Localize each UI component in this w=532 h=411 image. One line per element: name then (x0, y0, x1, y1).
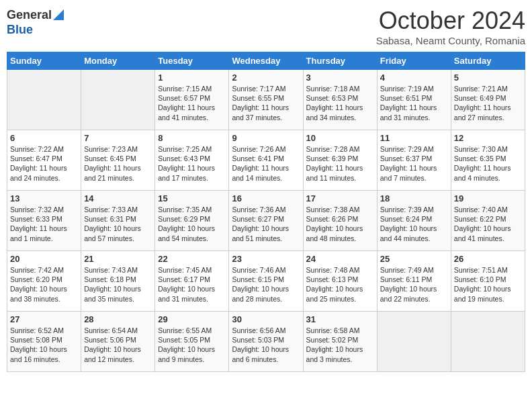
day-info: Sunrise: 7:35 AM Sunset: 6:29 PM Dayligh… (158, 205, 226, 243)
calendar-header-tuesday: Tuesday (155, 52, 229, 70)
calendar-cell: 29Sunrise: 6:55 AM Sunset: 5:05 PM Dayli… (155, 312, 229, 372)
day-info: Sunrise: 7:46 AM Sunset: 6:15 PM Dayligh… (232, 265, 300, 304)
logo: General Blue (7, 7, 64, 37)
calendar-week-1: 1Sunrise: 7:15 AM Sunset: 6:57 PM Daylig… (7, 70, 525, 130)
location-title: Sabasa, Neamt County, Romania (376, 35, 525, 46)
day-number: 11 (380, 133, 448, 143)
calendar-header-wednesday: Wednesday (229, 52, 303, 70)
day-info: Sunrise: 7:36 AM Sunset: 6:27 PM Dayligh… (232, 205, 300, 243)
calendar-cell: 7Sunrise: 7:23 AM Sunset: 6:45 PM Daylig… (81, 130, 155, 191)
calendar-cell: 12Sunrise: 7:30 AM Sunset: 6:35 PM Dayli… (451, 130, 525, 191)
day-number: 13 (10, 193, 78, 203)
calendar-cell: 28Sunrise: 6:54 AM Sunset: 5:06 PM Dayli… (81, 312, 155, 372)
calendar-cell: 23Sunrise: 7:46 AM Sunset: 6:15 PM Dayli… (229, 251, 303, 312)
day-info: Sunrise: 7:48 AM Sunset: 6:13 PM Dayligh… (306, 265, 374, 304)
day-number: 1 (158, 73, 226, 83)
calendar-cell: 2Sunrise: 7:17 AM Sunset: 6:55 PM Daylig… (229, 70, 303, 130)
day-info: Sunrise: 7:42 AM Sunset: 6:20 PM Dayligh… (10, 265, 78, 304)
calendar-cell (377, 312, 451, 372)
calendar-header-row: SundayMondayTuesdayWednesdayThursdayFrid… (7, 52, 525, 70)
logo-general-text: General (7, 8, 52, 22)
calendar-cell: 26Sunrise: 7:51 AM Sunset: 6:10 PM Dayli… (451, 251, 525, 312)
calendar-cell (7, 70, 81, 130)
calendar-header-friday: Friday (377, 52, 451, 70)
calendar-cell: 15Sunrise: 7:35 AM Sunset: 6:29 PM Dayli… (155, 191, 229, 251)
day-info: Sunrise: 7:30 AM Sunset: 6:35 PM Dayligh… (454, 144, 522, 183)
calendar-header-sunday: Sunday (7, 52, 81, 70)
day-info: Sunrise: 7:49 AM Sunset: 6:11 PM Dayligh… (380, 265, 448, 304)
calendar-cell: 11Sunrise: 7:29 AM Sunset: 6:37 PM Dayli… (377, 130, 451, 191)
calendar-cell: 13Sunrise: 7:32 AM Sunset: 6:33 PM Dayli… (7, 191, 81, 251)
calendar-header-thursday: Thursday (303, 52, 377, 70)
day-number: 28 (84, 314, 152, 324)
day-number: 31 (306, 314, 374, 324)
calendar-cell: 18Sunrise: 7:39 AM Sunset: 6:24 PM Dayli… (377, 191, 451, 251)
day-number: 15 (158, 193, 226, 203)
day-number: 9 (232, 133, 300, 143)
calendar-cell: 6Sunrise: 7:22 AM Sunset: 6:47 PM Daylig… (7, 130, 81, 191)
page-header: General Blue October 2024 Sabasa, Neamt … (7, 7, 525, 46)
day-info: Sunrise: 7:43 AM Sunset: 6:18 PM Dayligh… (84, 265, 152, 304)
calendar-cell (451, 312, 525, 372)
calendar-cell: 1Sunrise: 7:15 AM Sunset: 6:57 PM Daylig… (155, 70, 229, 130)
day-info: Sunrise: 7:32 AM Sunset: 6:33 PM Dayligh… (10, 205, 78, 243)
calendar-cell: 25Sunrise: 7:49 AM Sunset: 6:11 PM Dayli… (377, 251, 451, 312)
day-number: 16 (232, 193, 300, 203)
day-info: Sunrise: 6:54 AM Sunset: 5:06 PM Dayligh… (84, 326, 152, 364)
calendar-week-2: 6Sunrise: 7:22 AM Sunset: 6:47 PM Daylig… (7, 130, 525, 191)
calendar-week-5: 27Sunrise: 6:52 AM Sunset: 5:08 PM Dayli… (7, 312, 525, 372)
calendar-cell (81, 70, 155, 130)
day-info: Sunrise: 7:22 AM Sunset: 6:47 PM Dayligh… (10, 144, 78, 183)
calendar-cell: 14Sunrise: 7:33 AM Sunset: 6:31 PM Dayli… (81, 191, 155, 251)
day-number: 19 (454, 193, 522, 203)
day-info: Sunrise: 7:25 AM Sunset: 6:43 PM Dayligh… (158, 144, 226, 183)
day-info: Sunrise: 7:23 AM Sunset: 6:45 PM Dayligh… (84, 144, 152, 183)
calendar-cell: 20Sunrise: 7:42 AM Sunset: 6:20 PM Dayli… (7, 251, 81, 312)
day-number: 25 (380, 254, 448, 264)
title-section: October 2024 Sabasa, Neamt County, Roman… (376, 7, 525, 46)
svg-marker-0 (53, 9, 64, 20)
day-number: 21 (84, 254, 152, 264)
day-info: Sunrise: 7:17 AM Sunset: 6:55 PM Dayligh… (232, 84, 300, 122)
day-number: 26 (454, 254, 522, 264)
calendar-cell: 19Sunrise: 7:40 AM Sunset: 6:22 PM Dayli… (451, 191, 525, 251)
calendar-header-monday: Monday (81, 52, 155, 70)
day-info: Sunrise: 7:40 AM Sunset: 6:22 PM Dayligh… (454, 205, 522, 243)
day-info: Sunrise: 7:28 AM Sunset: 6:39 PM Dayligh… (306, 144, 374, 183)
calendar-cell: 22Sunrise: 7:45 AM Sunset: 6:17 PM Dayli… (155, 251, 229, 312)
day-number: 8 (158, 133, 226, 143)
day-info: Sunrise: 7:45 AM Sunset: 6:17 PM Dayligh… (158, 265, 226, 304)
day-info: Sunrise: 6:58 AM Sunset: 5:02 PM Dayligh… (306, 326, 374, 364)
calendar-cell: 27Sunrise: 6:52 AM Sunset: 5:08 PM Dayli… (7, 312, 81, 372)
day-number: 22 (158, 254, 226, 264)
day-info: Sunrise: 7:39 AM Sunset: 6:24 PM Dayligh… (380, 205, 448, 243)
day-number: 20 (10, 254, 78, 264)
day-number: 29 (158, 314, 226, 324)
day-number: 17 (306, 193, 374, 203)
calendar-cell: 24Sunrise: 7:48 AM Sunset: 6:13 PM Dayli… (303, 251, 377, 312)
day-info: Sunrise: 6:56 AM Sunset: 5:03 PM Dayligh… (232, 326, 300, 364)
day-info: Sunrise: 7:29 AM Sunset: 6:37 PM Dayligh… (380, 144, 448, 183)
day-number: 10 (306, 133, 374, 143)
day-info: Sunrise: 6:52 AM Sunset: 5:08 PM Dayligh… (10, 326, 78, 364)
calendar-cell: 31Sunrise: 6:58 AM Sunset: 5:02 PM Dayli… (303, 312, 377, 372)
calendar-cell: 3Sunrise: 7:18 AM Sunset: 6:53 PM Daylig… (303, 70, 377, 130)
calendar-cell: 16Sunrise: 7:36 AM Sunset: 6:27 PM Dayli… (229, 191, 303, 251)
day-info: Sunrise: 7:51 AM Sunset: 6:10 PM Dayligh… (454, 265, 522, 304)
logo-icon (53, 7, 64, 20)
month-title: October 2024 (376, 7, 525, 35)
day-number: 30 (232, 314, 300, 324)
day-number: 12 (454, 133, 522, 143)
calendar-week-4: 20Sunrise: 7:42 AM Sunset: 6:20 PM Dayli… (7, 251, 525, 312)
day-number: 23 (232, 254, 300, 264)
calendar-table: SundayMondayTuesdayWednesdayThursdayFrid… (7, 52, 525, 372)
calendar-cell: 21Sunrise: 7:43 AM Sunset: 6:18 PM Dayli… (81, 251, 155, 312)
day-number: 27 (10, 314, 78, 324)
calendar-cell: 4Sunrise: 7:19 AM Sunset: 6:51 PM Daylig… (377, 70, 451, 130)
day-number: 5 (454, 73, 522, 83)
day-number: 6 (10, 133, 78, 143)
day-number: 4 (380, 73, 448, 83)
day-number: 7 (84, 133, 152, 143)
calendar-cell: 10Sunrise: 7:28 AM Sunset: 6:39 PM Dayli… (303, 130, 377, 191)
calendar-cell: 17Sunrise: 7:38 AM Sunset: 6:26 PM Dayli… (303, 191, 377, 251)
